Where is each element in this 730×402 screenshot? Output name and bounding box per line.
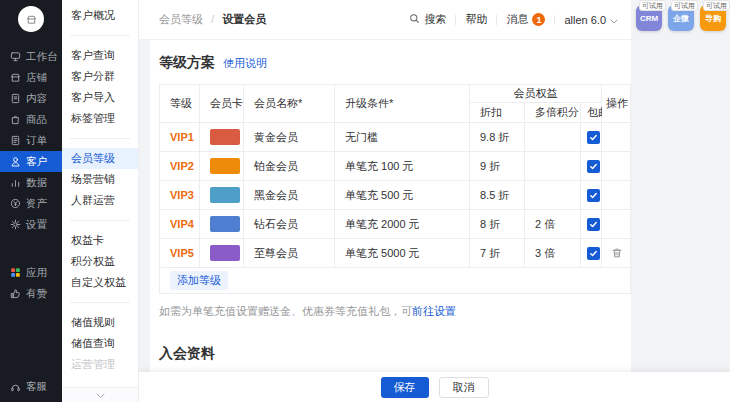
sidebar-item-order[interactable]: 订单 [0, 130, 62, 151]
add-level-button[interactable]: 添加等级 [170, 271, 228, 290]
points-multiplier: 3 倍 [525, 239, 581, 267]
member-name: 钻石会员 [244, 210, 335, 238]
level-label: VIP1 [160, 123, 200, 151]
discount-value: 9.8 折 [470, 123, 525, 151]
actions-cell [602, 152, 632, 180]
sidebar-item-label: 客户 [26, 155, 47, 169]
sidebar-item-content[interactable]: 内容 [0, 88, 62, 109]
data-icon [10, 177, 21, 188]
search-button[interactable]: 搜索 [409, 12, 446, 27]
points-multiplier [525, 123, 581, 151]
card-face-cell [200, 152, 244, 180]
points-multiplier [525, 181, 581, 209]
card-face-cell [200, 239, 244, 267]
messages-button[interactable]: 消息 1 [506, 12, 545, 27]
usage-guide-link[interactable]: 使用说明 [223, 56, 267, 71]
settings-icon [10, 219, 21, 230]
chevron-down-icon [610, 14, 618, 26]
sidebar-item-label: 设置 [26, 218, 47, 232]
sidebar-item-asset[interactable]: 资产 [0, 193, 62, 214]
level-row-vip4: VIP4钻石会员单笔充 2000 元8 折2 倍 [160, 209, 630, 238]
breadcrumb-parent[interactable]: 会员等级 [159, 13, 203, 25]
sidebar-item-label: 工作台 [26, 50, 58, 64]
youzan-icon [10, 288, 21, 299]
primary-sidebar: 工作台店铺内容商品订单客户数据资产设置应用有赞 客服 [0, 0, 62, 402]
section-header: 等级方案 使用说明 [159, 54, 631, 72]
subnav-item[interactable]: 储值规则 [62, 312, 138, 333]
member-card-swatch[interactable] [210, 216, 240, 232]
sidebar-item-apps[interactable]: 应用 [0, 262, 62, 283]
member-card-swatch[interactable] [210, 158, 240, 174]
member-card-swatch[interactable] [210, 245, 240, 261]
cancel-button[interactable]: 取消 [439, 377, 489, 398]
free-shipping-checkbox[interactable] [587, 131, 600, 144]
free-shipping-checkbox[interactable] [587, 189, 600, 202]
sidebar-item-settings[interactable]: 设置 [0, 214, 62, 235]
sidebar-item-workbench[interactable]: 工作台 [0, 46, 62, 67]
col-actions: 操作 [602, 85, 632, 122]
subnav-item[interactable]: 积分权益 [62, 251, 138, 272]
subnav-item[interactable]: 权益卡 [62, 230, 138, 251]
sidebar-item-goods[interactable]: 商品 [0, 109, 62, 130]
promo-app-badge[interactable]: 可试用企微 [668, 5, 694, 31]
subnav-item[interactable]: 标签管理 [62, 108, 138, 129]
divider [70, 220, 130, 221]
subnav-item[interactable]: 储值查询 [62, 333, 138, 354]
page-title: 等级方案 [159, 54, 215, 72]
free-shipping-checkbox[interactable] [587, 247, 600, 260]
levels-table: 等级 会员卡面 会员名称* 升级条件* 会员权益 折扣 多倍积分 包邮 操作 V… [159, 84, 631, 294]
sidebar-item-shop[interactable]: 店铺 [0, 67, 62, 88]
member-card-swatch[interactable] [210, 129, 240, 145]
subnav-item[interactable]: 会员等级 [62, 148, 138, 169]
promo-badges: 可试用CRM可试用企微可试用导购 [636, 5, 726, 31]
trial-tag: 可试用 [639, 0, 666, 11]
breadcrumb: 会员等级 / 设置会员 [159, 12, 266, 27]
table-header: 等级 会员卡面 会员名称* 升级条件* 会员权益 折扣 多倍积分 包邮 操作 [160, 85, 630, 122]
subnav-item[interactable]: 客户分群 [62, 66, 138, 87]
sidebar-item-customer[interactable]: 客户 [0, 151, 62, 172]
headset-icon [10, 382, 21, 393]
subnav-item[interactable]: 客户查询 [62, 45, 138, 66]
secondary-nav: 客户概况客户查询客户分群客户导入标签管理会员等级场景营销人群运营权益卡积分权益自… [62, 0, 138, 375]
subnav-item[interactable]: 场景营销 [62, 169, 138, 190]
sidebar-item-data[interactable]: 数据 [0, 172, 62, 193]
sidebar-item-label: 店铺 [26, 71, 47, 85]
trial-tag: 可试用 [703, 0, 730, 11]
sidebar-collapse-button[interactable] [62, 387, 138, 402]
col-discount: 折扣 [470, 103, 525, 121]
free-shipping-checkbox[interactable] [587, 160, 600, 173]
delete-level-button[interactable] [611, 247, 623, 259]
sidebar-item-customer-service[interactable]: 客服 [0, 380, 62, 394]
workbench-icon [10, 51, 21, 62]
free-shipping-checkbox[interactable] [587, 218, 600, 231]
col-level: 等级 [160, 85, 200, 122]
sidebar-item-label: 商品 [26, 113, 47, 127]
level-label: VIP3 [160, 181, 200, 209]
subnav-item[interactable]: 客户概况 [62, 5, 138, 26]
store-logo[interactable] [18, 6, 44, 32]
user-menu[interactable]: allen 6.0 [564, 14, 618, 26]
promo-app-badge[interactable]: 可试用导购 [700, 5, 726, 31]
actions-cell [602, 210, 632, 238]
shop-icon [10, 72, 21, 83]
recharge-note: 如需为单笔充值设置赠送金、优惠券等充值礼包，可前往设置 [159, 304, 631, 319]
subnav-item[interactable]: 运营管理 [62, 354, 138, 375]
member-card-swatch[interactable] [210, 187, 240, 203]
col-points-multiplier: 多倍积分 [525, 103, 581, 121]
table-body: VIP1黄金会员无门槛9.8 折VIP2铂金会员单笔充 100 元9 折VIP3… [160, 122, 630, 267]
free-shipping-cell [581, 152, 602, 180]
discount-value: 9 折 [470, 152, 525, 180]
subnav-item[interactable]: 客户导入 [62, 87, 138, 108]
upgrade-condition: 单笔充 5000 元 [335, 239, 470, 267]
divider [70, 35, 130, 36]
subnav-item[interactable]: 人群运营 [62, 190, 138, 211]
sidebar-item-youzan[interactable]: 有赞 [0, 283, 62, 304]
promo-label: 企微 [673, 13, 689, 24]
promo-app-badge[interactable]: 可试用CRM [636, 5, 662, 31]
subnav-item[interactable]: 自定义权益 [62, 272, 138, 293]
help-button[interactable]: 帮助 [465, 12, 487, 27]
card-face-cell [200, 210, 244, 238]
top-actions: 搜索 帮助 消息 1 allen 6.0 [409, 12, 618, 27]
go-to-settings-link[interactable]: 前往设置 [412, 305, 456, 317]
save-button[interactable]: 保存 [381, 377, 429, 398]
